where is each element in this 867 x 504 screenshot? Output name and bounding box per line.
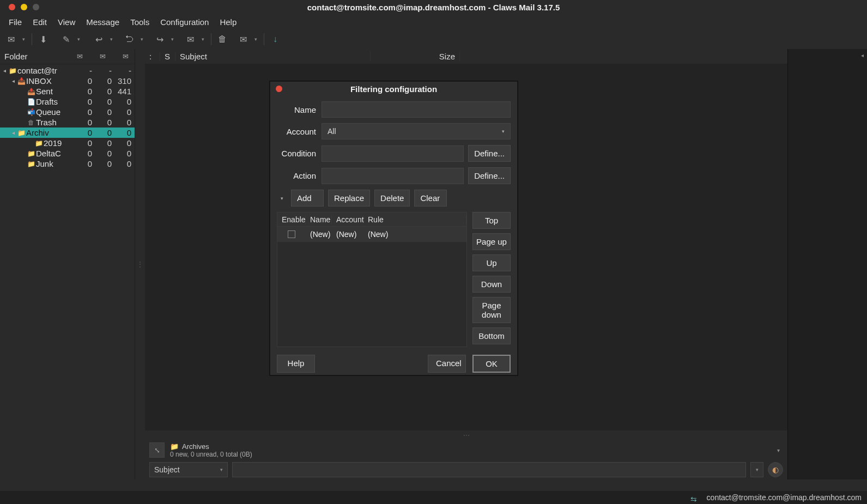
folder-row-trash[interactable]: 🗑Trash000 [0,117,135,127]
clear-button[interactable]: Clear [414,190,447,207]
expand-icon[interactable]: ◂ [1,68,8,74]
rule-menu-dropdown-icon[interactable]: ▾ [277,196,287,201]
folder-row-sent[interactable]: 📤Sent00441 [0,86,135,96]
refresh-icon[interactable]: ↓ [269,33,282,46]
action-input[interactable] [322,168,464,184]
search-options-combo[interactable]: ▾ [750,462,763,477]
folder-new: 0 [76,107,95,117]
col-account[interactable]: Account [332,215,363,224]
col-rule[interactable]: Rule [363,215,466,224]
preview-expand-button[interactable]: ⤡ [149,442,165,458]
enable-checkbox[interactable] [288,230,295,238]
col-size[interactable]: Size [371,52,460,61]
reply-dropdown-icon[interactable]: ▾ [107,37,115,42]
toolbar-separator [32,33,32,45]
delete-button[interactable]: Delete [374,190,410,207]
preview-status: 0 new, 0 unread, 0 total (0B) [170,451,252,458]
folder-row-junk[interactable]: 📁Junk000 [0,159,135,169]
splitter-vertical[interactable]: ⋮ [135,49,145,479]
col-enable[interactable]: Enable [277,215,306,224]
menu-file[interactable]: File [3,15,27,29]
replace-button[interactable]: Replace [328,190,370,207]
rule-row[interactable]: (New) (New) (New) [277,227,466,242]
name-input[interactable] [322,101,511,118]
pageup-button[interactable]: Page up [472,233,511,250]
compose-icon[interactable]: ✉ [4,33,17,46]
splitter-horizontal[interactable]: ⋯ [145,430,787,440]
preview-collapse-icon[interactable]: ▾ [777,447,783,453]
folder-row-2019[interactable]: 📁2019000 [0,138,135,148]
reply-all-icon[interactable]: ⮌ [123,33,136,46]
action-define-button[interactable]: Define... [468,167,511,184]
folder-tree[interactable]: ◂📁contact@tr---◂📥INBOX00310📤Sent00441📄Dr… [0,64,135,169]
folder-row-archiv[interactable]: ◂📁Archiv000 [0,127,135,138]
menu-configuration[interactable]: Configuration [155,15,214,29]
forward-dropdown-icon[interactable]: ▾ [168,37,176,42]
folder-total: 0 [115,159,135,168]
folder-row-drafts[interactable]: 📄Drafts000 [0,96,135,107]
reply-icon[interactable]: ↩ [92,33,105,46]
folder-icon: 📁 [16,129,26,137]
filtering-dialog: Filtering configuration Name Account All… [270,81,518,375]
folder-icon: 📁 [34,139,44,147]
send-icon[interactable]: ✎ [59,33,72,46]
account-combo[interactable]: All ▾ [322,123,511,139]
folder-total: 0 [115,128,135,137]
down-button[interactable]: Down [472,276,511,293]
name-label: Name [277,105,322,114]
menu-help[interactable]: Help [214,15,242,29]
expand-icon[interactable]: ◂ [10,78,16,84]
search-run-button[interactable]: ◐ [768,462,783,477]
folder-total: 0 [115,97,135,106]
receive-icon[interactable]: ⬇ [37,33,50,46]
bottom-button[interactable]: Bottom [472,327,511,344]
search-input[interactable] [232,462,746,477]
folder-total: 310 [115,76,135,86]
pagedown-button[interactable]: Page down [472,297,511,323]
search-field-combo[interactable]: Subject ▾ [149,462,228,477]
rule-list[interactable]: Enable Name Account Rule (New) (New) (Ne… [277,212,467,347]
col-status[interactable]: : [145,52,160,61]
cancel-button[interactable]: Cancel [428,355,466,373]
maximize-window-icon[interactable] [33,4,39,10]
folder-new: 0 [76,159,95,168]
menu-message[interactable]: Message [81,15,125,29]
panel-collapse-icon[interactable]: ◂ [861,52,864,58]
dialog-close-icon[interactable] [276,86,282,92]
junk-dropdown-icon[interactable]: ▾ [252,37,259,42]
col-status2[interactable]: S [160,52,175,61]
folder-row-queue[interactable]: 📬Queue000 [0,107,135,117]
preview-header: ⤡ 📁 Archives 0 new, 0 unread, 0 total (0… [145,440,787,460]
folder-row-deltac[interactable]: 📁DeltaC000 [0,148,135,159]
toolbar-separator [264,33,264,45]
junk-icon[interactable]: ✉ [237,33,250,46]
up-button[interactable]: Up [472,254,511,271]
col-subject[interactable]: Subject [175,52,371,61]
folder-header-label: Folder [0,52,64,61]
top-button[interactable]: Top [472,212,511,229]
reply-all-dropdown-icon[interactable]: ▾ [138,37,145,42]
compose-dropdown-icon[interactable]: ▾ [20,37,27,42]
menu-tools[interactable]: Tools [125,15,155,29]
trash-icon[interactable]: 🗑 [216,33,229,46]
add-button[interactable]: Add [291,190,324,207]
ok-button[interactable]: OK [472,355,511,373]
folder-row-contact@tr[interactable]: ◂📁contact@tr--- [0,65,135,76]
col-name[interactable]: Name [306,215,332,224]
folder-unread: 0 [95,87,115,96]
close-window-icon[interactable] [9,4,15,10]
mark-dropdown-icon[interactable]: ▾ [199,37,207,42]
mark-icon[interactable]: ✉ [184,33,197,46]
forward-icon[interactable]: ↪ [153,33,166,46]
minimize-window-icon[interactable] [21,4,27,10]
menu-view[interactable]: View [52,15,81,29]
folder-row-inbox[interactable]: ◂📥INBOX00310 [0,76,135,86]
search-field-label: Subject [154,465,180,474]
condition-define-button[interactable]: Define... [468,145,511,162]
expand-icon[interactable]: ◂ [10,130,16,136]
folder-unread: 0 [95,107,115,117]
send-dropdown-icon[interactable]: ▾ [75,37,82,42]
menu-edit[interactable]: Edit [27,15,52,29]
help-button[interactable]: Help [277,355,315,373]
condition-input[interactable] [322,145,464,162]
